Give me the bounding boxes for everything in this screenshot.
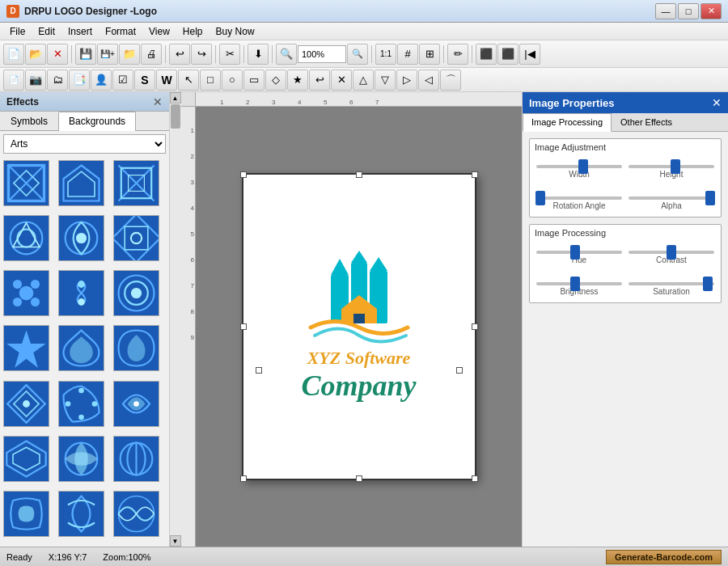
effects-panel-close[interactable]: ✕ bbox=[153, 95, 163, 108]
tool-rect[interactable]: □ bbox=[200, 70, 221, 91]
bg-item-7[interactable] bbox=[3, 270, 49, 316]
handle-bl[interactable] bbox=[240, 475, 247, 482]
bg-item-2[interactable] bbox=[58, 160, 104, 206]
brightness-slider-thumb[interactable] bbox=[570, 277, 580, 291]
zoom-in-button[interactable]: 🔍 bbox=[276, 44, 297, 65]
rotation-slider-thumb[interactable] bbox=[535, 191, 545, 205]
tool-tri-down[interactable]: ▽ bbox=[375, 70, 396, 91]
tool-photo[interactable]: 📷 bbox=[25, 70, 46, 91]
import-button[interactable]: ⬇ bbox=[248, 44, 269, 65]
handle-bm[interactable] bbox=[356, 475, 362, 482]
save-button[interactable]: 💾 bbox=[75, 44, 96, 65]
contrast-slider-thumb[interactable] bbox=[667, 245, 676, 260]
tool-diamond[interactable]: ◇ bbox=[265, 70, 286, 91]
bg-item-13[interactable] bbox=[3, 381, 49, 427]
tool-curve[interactable]: ⌒ bbox=[440, 70, 461, 91]
tool-arrow1[interactable]: ↩ bbox=[309, 70, 330, 91]
menu-buynow[interactable]: Buy Now bbox=[210, 24, 261, 39]
tool-x[interactable]: ✕ bbox=[331, 70, 352, 91]
handle-tr[interactable] bbox=[472, 171, 478, 178]
scroll-down-button[interactable]: ▼ bbox=[170, 535, 181, 547]
bg-item-15[interactable] bbox=[113, 381, 159, 427]
tool-star[interactable]: ★ bbox=[287, 70, 308, 91]
bg-item-5[interactable] bbox=[58, 215, 104, 261]
menu-help[interactable]: Help bbox=[176, 24, 210, 39]
saturation-slider-track[interactable] bbox=[629, 282, 714, 285]
zoom-out-button[interactable]: 🔍 bbox=[347, 44, 368, 65]
contrast-slider-track[interactable] bbox=[629, 251, 714, 254]
bg-item-21[interactable] bbox=[113, 491, 159, 537]
close-button[interactable]: ✕ bbox=[700, 3, 722, 19]
tab-image-processing[interactable]: Image Processing bbox=[523, 113, 612, 132]
bg-item-19[interactable] bbox=[3, 491, 49, 537]
bg-item-20[interactable] bbox=[58, 491, 104, 537]
tool-layers2[interactable]: 📑 bbox=[69, 70, 90, 91]
zoom-input[interactable]: 100% bbox=[298, 45, 346, 63]
alpha-slider-thumb[interactable] bbox=[705, 191, 715, 205]
bg-item-3[interactable] bbox=[113, 160, 159, 206]
nav-end-button[interactable]: |◀ bbox=[519, 44, 540, 65]
bg-item-6[interactable] bbox=[113, 215, 159, 261]
alpha-slider-track[interactable] bbox=[629, 196, 714, 200]
minimize-button[interactable]: — bbox=[655, 3, 676, 19]
nav-left-button[interactable]: ⬛ bbox=[476, 44, 497, 65]
tool-triangle[interactable]: △ bbox=[353, 70, 374, 91]
image-properties-close[interactable]: ✕ bbox=[712, 96, 722, 109]
rotation-slider-track[interactable] bbox=[536, 196, 622, 200]
tool-check[interactable]: ☑ bbox=[112, 70, 133, 91]
tab-symbols[interactable]: Symbols bbox=[0, 112, 58, 130]
handle-mr[interactable] bbox=[472, 323, 478, 330]
category-dropdown[interactable]: Arts Nature Abstract bbox=[3, 134, 166, 154]
menu-file[interactable]: File bbox=[3, 24, 32, 39]
grid2-button[interactable]: ⊞ bbox=[419, 44, 440, 65]
handle-tm[interactable] bbox=[356, 171, 362, 178]
handle-tl[interactable] bbox=[240, 171, 247, 178]
bg-item-9[interactable] bbox=[113, 270, 159, 316]
width-slider-thumb[interactable] bbox=[578, 159, 588, 174]
tool-arrow-l[interactable]: ◁ bbox=[418, 70, 439, 91]
bg-item-11[interactable] bbox=[58, 325, 104, 371]
close-doc-button[interactable]: ✕ bbox=[47, 44, 68, 65]
tool-circle[interactable]: ○ bbox=[222, 70, 243, 91]
menu-format[interactable]: Format bbox=[99, 24, 142, 39]
bg-item-12[interactable] bbox=[113, 325, 159, 371]
bg-item-16[interactable] bbox=[3, 436, 49, 482]
handle-br[interactable] bbox=[472, 475, 478, 482]
tool-arrow-r[interactable]: ▷ bbox=[396, 70, 417, 91]
menu-insert[interactable]: Insert bbox=[61, 24, 99, 39]
tool-cursor[interactable]: ↖ bbox=[178, 70, 199, 91]
tab-other-effects[interactable]: Other Effects bbox=[612, 113, 681, 131]
grid-button[interactable]: # bbox=[397, 44, 418, 65]
redo-button[interactable]: ↪ bbox=[191, 44, 212, 65]
tool-layers[interactable]: 🗂 bbox=[47, 70, 68, 91]
pen-button[interactable]: ✏ bbox=[447, 44, 468, 65]
saturation-slider-thumb[interactable] bbox=[703, 277, 713, 291]
maximize-button[interactable]: □ bbox=[678, 3, 699, 19]
tab-backgrounds[interactable]: Backgrounds bbox=[58, 112, 136, 131]
print-button[interactable]: 🖨 bbox=[141, 44, 162, 65]
menu-edit[interactable]: Edit bbox=[32, 24, 61, 39]
tool-s[interactable]: S bbox=[134, 70, 155, 91]
scroll-up-button[interactable]: ▲ bbox=[170, 92, 181, 103]
tool-rounded[interactable]: ▭ bbox=[243, 70, 265, 91]
tool-new2[interactable]: 📄 bbox=[3, 70, 24, 91]
hue-slider-track[interactable] bbox=[536, 251, 622, 254]
bg-item-8[interactable] bbox=[58, 270, 104, 316]
save-as-button[interactable]: 💾+ bbox=[97, 44, 118, 65]
height-slider-track[interactable] bbox=[629, 165, 714, 168]
undo-button[interactable]: ↩ bbox=[169, 44, 190, 65]
canvas-document[interactable]: XYZ Software Company bbox=[242, 173, 476, 480]
cut-button[interactable]: ✂ bbox=[219, 44, 240, 65]
open-folder-button[interactable]: 📁 bbox=[119, 44, 140, 65]
scroll-thumb[interactable] bbox=[171, 104, 180, 129]
handle-ml[interactable] bbox=[240, 323, 247, 330]
hue-slider-thumb[interactable] bbox=[570, 245, 580, 260]
bg-item-14[interactable] bbox=[58, 381, 104, 427]
fit-button[interactable]: 1:1 bbox=[375, 44, 396, 65]
tool-w[interactable]: W bbox=[156, 70, 177, 91]
bg-item-17[interactable] bbox=[58, 436, 104, 482]
menu-view[interactable]: View bbox=[142, 24, 176, 39]
tool-person[interactable]: 👤 bbox=[91, 70, 112, 91]
bg-item-18[interactable] bbox=[113, 436, 159, 482]
open-button[interactable]: 📂 bbox=[25, 44, 46, 65]
